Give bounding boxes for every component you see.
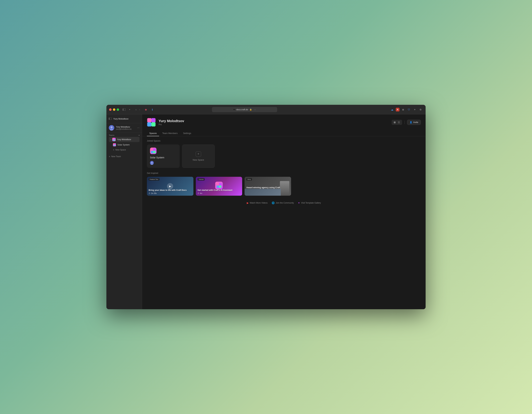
watch-videos-link[interactable]: ▶ Watch More Videos (247, 201, 267, 204)
svg-rect-30 (219, 186, 221, 188)
person-figure (280, 181, 289, 196)
template-gallery-link[interactable]: ✦ Visit Template Gallery (298, 201, 321, 204)
svg-rect-10 (114, 139, 115, 141)
joined-spaces-title: Joined Spaces (147, 140, 421, 142)
info-icon[interactable]: ℹ (150, 108, 155, 111)
maximize-button[interactable] (117, 108, 119, 111)
cloud-icon[interactable]: ☁ (390, 107, 394, 112)
teams-label: Teams (109, 134, 114, 136)
team-name: Yury Molodtsov (117, 138, 131, 141)
r-icon[interactable]: R (396, 108, 399, 111)
plus-icon: + (113, 148, 114, 151)
invite-icon: 👤 (410, 121, 412, 124)
tab-settings[interactable]: Settings (181, 130, 194, 136)
teams-section: Teams ▾ ✓ Yury Molodtsov (106, 132, 142, 153)
video-thumbnail-1: Feature Tour Bring your ideas to life wi… (147, 177, 193, 196)
avatar (109, 125, 114, 130)
user-name: Yury Molodtsov (116, 126, 136, 128)
user-email: yury@molodtsov.me (116, 128, 136, 130)
svg-rect-1 (123, 108, 124, 111)
view-toggle: ⊞ ☰ (392, 120, 402, 125)
svg-rect-13 (114, 145, 114, 146)
inspired-section: Get Inspired Feature Tour Bring your ide… (142, 171, 426, 199)
shield-icon[interactable]: 🛡 (407, 107, 411, 112)
content-actions: ⊞ ☰ 👤 Invite (392, 120, 421, 125)
video-badge-2: Tutorial (198, 178, 205, 180)
inspired-title: Get Inspired (147, 172, 421, 174)
user-more-button[interactable]: ··· (137, 126, 140, 129)
video-card-3[interactable]: Story Award winning agency using Craft t… (245, 177, 291, 196)
svg-rect-23 (153, 151, 156, 153)
street-scene (245, 189, 281, 196)
sidebar-new-space-button[interactable]: + New Space (109, 148, 140, 152)
sidebar-item-team[interactable]: ✓ Yury Molodtsov (109, 137, 140, 142)
forward-button[interactable]: › (138, 108, 141, 111)
new-space-card[interactable]: + New Space (182, 145, 215, 168)
svg-point-25 (151, 162, 152, 163)
invite-label: Invite (413, 121, 418, 124)
svg-rect-28 (219, 183, 221, 186)
grid-view-button[interactable]: ⊞ (393, 121, 396, 124)
sidebar-icon[interactable] (122, 108, 126, 111)
svg-rect-14 (114, 145, 115, 146)
user-info: Yury Molodtsov yury@molodtsov.me (116, 126, 136, 130)
template-icon: ✦ (298, 201, 300, 204)
sidebar-item-solar-system[interactable]: Solar System (109, 142, 140, 147)
globe-icon: 🌐 (272, 201, 275, 204)
space-card-name: Solar System (150, 156, 177, 159)
content-user-badge: Pro (159, 123, 184, 126)
new-team-button[interactable]: + New Team (106, 154, 142, 159)
svg-rect-22 (151, 151, 153, 153)
lock-icon: 🔒 (249, 108, 252, 111)
community-link[interactable]: 🌐 Join the Community (272, 201, 294, 204)
close-button[interactable] (109, 108, 112, 111)
new-team-label: New Team (111, 155, 121, 158)
teams-section-header[interactable]: Teams ▾ (109, 134, 140, 136)
sidebar-user[interactable]: Yury Molodtsov yury@molodtsov.me ··· (106, 123, 142, 132)
video-duration-1: ⏱ 2m 30s (149, 192, 192, 194)
video-title-2: Get started with Craft's AI Assistant (198, 189, 241, 192)
svg-rect-29 (217, 186, 219, 188)
list-view-button[interactable]: ☰ (397, 121, 401, 124)
spaces-section: Joined Spaces Solar System (142, 136, 426, 171)
new-space-plus-icon: + (196, 151, 201, 157)
url-text: docs.craft.do (236, 108, 248, 111)
new-space-card-label: New Space (193, 158, 204, 161)
new-tab-icon[interactable]: + (413, 107, 417, 112)
new-space-sidebar-label: New Space (115, 148, 126, 151)
video-play-button-1[interactable]: ▶ (167, 183, 173, 189)
tab-team-members[interactable]: Team Members (160, 130, 180, 136)
space-card-solar-system[interactable]: Solar System (147, 145, 180, 168)
team-icon (112, 138, 116, 141)
svg-rect-11 (114, 144, 114, 145)
sidebar-toggle-icons: ▾ (122, 108, 132, 111)
url-bar[interactable]: ✦ docs.craft.do 🔒 ··· (212, 107, 277, 112)
svg-rect-20 (151, 148, 153, 151)
url-more-icon[interactable]: ··· (254, 108, 256, 111)
video-card-2[interactable]: Tutorial Get started with Craft's AI Ass… (196, 177, 242, 196)
video-title-1: Bring your ideas to life with Craft Docs (149, 189, 192, 192)
extensions-icon[interactable]: ⊕ (401, 107, 405, 112)
sidebar-toggle-icon[interactable] (109, 117, 112, 120)
craft-logo (215, 182, 223, 189)
svg-point-5 (111, 126, 113, 128)
browser-window: ▾ ‹ › ◈ ℹ ✦ docs.craft.do 🔒 ··· ☁ R ⊕ 🛡 … (106, 105, 426, 309)
minimize-button[interactable] (113, 108, 115, 111)
community-label: Join the Community (276, 202, 294, 204)
video-badge-3: Story (246, 178, 252, 180)
content-header: Yury Molodtsov Pro ⊞ ☰ 👤 Invite (142, 114, 426, 127)
svg-rect-17 (151, 118, 155, 122)
invite-button[interactable]: 👤 Invite (407, 120, 421, 125)
video-card-1[interactable]: Feature Tour Bring your ideas to life wi… (147, 177, 193, 196)
sidebar-space-name: Solar System (117, 144, 130, 146)
video-badge-1: Feature Tour (149, 178, 159, 180)
tab-spaces[interactable]: Spaces (147, 130, 159, 136)
content-user-details: Yury Molodtsov Pro (159, 119, 184, 126)
sidebar-title: Yury Molodtsov (113, 118, 129, 120)
layout-chevron-icon[interactable]: ▾ (127, 108, 132, 111)
new-team-plus-icon: + (109, 155, 110, 158)
youtube-icon: ▶ (247, 201, 249, 204)
back-button[interactable]: ‹ (134, 108, 137, 111)
tabs-icon[interactable]: ⧉ (418, 107, 423, 112)
team-check-icon: ✓ (110, 139, 112, 140)
